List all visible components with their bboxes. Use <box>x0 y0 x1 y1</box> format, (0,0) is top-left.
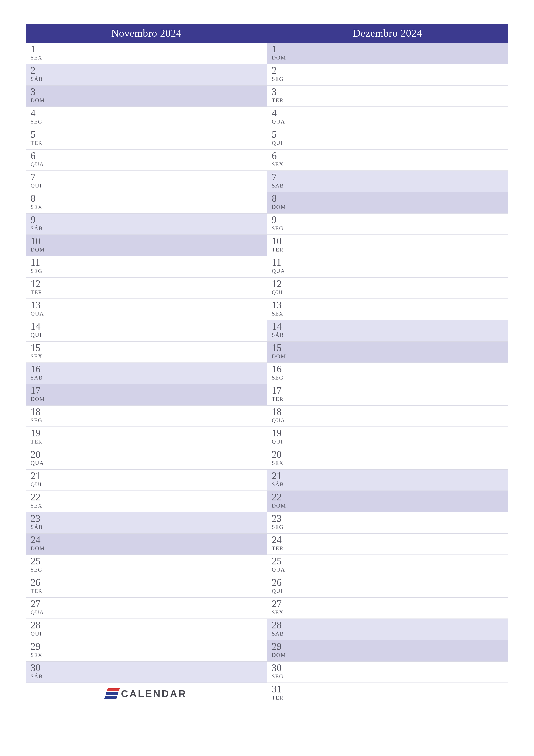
day-number: 28 <box>31 620 267 630</box>
day-weekday: SEX <box>31 652 267 659</box>
day-weekday: SÁB <box>272 481 508 488</box>
day-weekday: SEG <box>272 673 508 680</box>
day-row: 9SEG <box>267 214 508 235</box>
day-number: 21 <box>31 471 267 481</box>
day-row: 3DOM <box>26 86 267 107</box>
day-row: 22DOM <box>267 491 508 512</box>
day-weekday: SEG <box>272 375 508 381</box>
day-number: 14 <box>31 322 267 332</box>
day-row: 31TER <box>267 683 508 704</box>
day-number: 7 <box>31 172 267 182</box>
day-weekday: TER <box>272 396 508 402</box>
brand-logo: CALENDAR <box>26 683 267 704</box>
day-weekday: SEG <box>31 268 267 274</box>
day-weekday: DOM <box>272 55 508 61</box>
day-number: 19 <box>272 428 508 438</box>
day-row: 8DOM <box>267 192 508 214</box>
day-number: 18 <box>272 407 508 417</box>
day-number: 25 <box>272 556 508 566</box>
day-row: 27SEX <box>267 598 508 619</box>
day-row: 5TER <box>26 128 267 149</box>
day-number: 20 <box>272 449 508 459</box>
day-row: 3TER <box>267 86 508 107</box>
day-number: 1 <box>272 44 508 54</box>
day-number: 18 <box>31 407 267 417</box>
month-column-1: Dezembro 2024 1DOM2SEG3TER4QUA5QUI6SEX7S… <box>267 24 508 704</box>
day-row: 2SÁB <box>26 64 267 86</box>
day-weekday: QUI <box>31 481 267 488</box>
day-weekday: DOM <box>272 502 508 509</box>
day-row: 7SÁB <box>267 171 508 192</box>
day-weekday: QUI <box>272 588 508 594</box>
day-weekday: SÁB <box>272 182 508 189</box>
day-row: 29DOM <box>267 640 508 662</box>
day-weekday: SÁB <box>31 375 267 381</box>
day-row: 24DOM <box>26 534 267 555</box>
day-row: 19TER <box>26 427 267 448</box>
day-number: 15 <box>272 343 508 353</box>
month-days-0: 1SEX2SÁB3DOM4SEG5TER6QUA7QUI8SEX9SÁB10DO… <box>26 43 267 683</box>
day-number: 3 <box>272 87 508 97</box>
day-weekday: SÁB <box>272 631 508 637</box>
day-number: 7 <box>272 172 508 182</box>
day-weekday: SEX <box>31 353 267 360</box>
day-number: 24 <box>272 535 508 545</box>
day-number: 13 <box>31 300 267 310</box>
day-weekday: QUI <box>31 182 267 189</box>
day-number: 11 <box>31 257 267 267</box>
day-row: 12QUI <box>267 278 508 299</box>
day-weekday: DOM <box>272 652 508 659</box>
day-number: 14 <box>272 322 508 332</box>
day-number: 26 <box>272 578 508 587</box>
day-row: 18QUA <box>267 406 508 427</box>
day-number: 2 <box>31 66 267 75</box>
day-row: 27QUA <box>26 598 267 619</box>
day-weekday: SEX <box>272 460 508 466</box>
day-weekday: SÁB <box>31 76 267 82</box>
day-number: 24 <box>31 535 267 545</box>
day-weekday: DOM <box>31 396 267 402</box>
day-weekday: QUI <box>31 332 267 338</box>
day-row: 6SEX <box>267 149 508 171</box>
day-number: 10 <box>272 236 508 246</box>
day-weekday: QUI <box>31 631 267 637</box>
day-number: 11 <box>272 257 508 267</box>
day-number: 31 <box>272 684 508 694</box>
day-row: 21SÁB <box>267 470 508 491</box>
day-row: 4SEG <box>26 107 267 128</box>
day-weekday: SEG <box>272 524 508 530</box>
day-weekday: QUI <box>272 289 508 296</box>
day-weekday: SEG <box>31 119 267 125</box>
day-weekday: SEX <box>31 55 267 61</box>
day-row: 24TER <box>267 534 508 555</box>
day-row: 13SEX <box>267 299 508 320</box>
day-number: 4 <box>31 108 267 118</box>
day-number: 13 <box>272 300 508 310</box>
day-row: 5QUI <box>267 128 508 149</box>
day-number: 21 <box>272 471 508 481</box>
day-row: 20SEX <box>267 448 508 470</box>
day-number: 10 <box>31 236 267 246</box>
day-row: 25SEG <box>26 555 267 576</box>
day-row: 16SEG <box>267 363 508 384</box>
day-number: 3 <box>31 87 267 97</box>
calendar-planner: Novembro 2024 1SEX2SÁB3DOM4SEG5TER6QUA7Q… <box>26 24 508 704</box>
day-weekday: TER <box>272 97 508 104</box>
day-weekday: SÁB <box>31 524 267 530</box>
day-number: 1 <box>31 44 267 54</box>
day-number: 16 <box>31 364 267 374</box>
day-row: 14QUI <box>26 320 267 341</box>
day-row: 23SEG <box>267 512 508 534</box>
day-weekday: SEX <box>31 204 267 210</box>
day-row: 7QUI <box>26 171 267 192</box>
day-number: 8 <box>31 194 267 203</box>
day-weekday: DOM <box>31 247 267 253</box>
day-number: 2 <box>272 66 508 75</box>
day-number: 12 <box>31 279 267 289</box>
day-number: 22 <box>31 492 267 502</box>
day-number: 19 <box>31 428 267 438</box>
day-weekday: TER <box>272 694 508 701</box>
day-row: 1DOM <box>267 43 508 64</box>
day-weekday: TER <box>272 545 508 552</box>
day-weekday: SEG <box>31 567 267 573</box>
